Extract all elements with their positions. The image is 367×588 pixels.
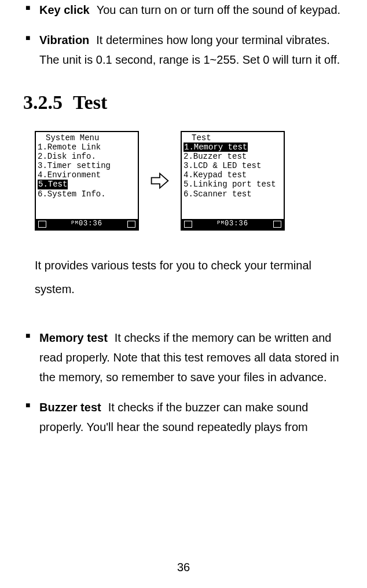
screen-left-title: System Menu [38, 133, 136, 143]
bullet-term: Memory test [39, 331, 108, 344]
menu-item: 2.Buzzer test [183, 152, 282, 161]
menu-item: 1.Memory test [183, 143, 282, 152]
bullet-item: Key clickYou can turn on or turn off the… [39, 0, 344, 20]
bullet-term: Buzzer test [39, 401, 101, 414]
menu-item: 3.LCD & LED test [183, 161, 282, 170]
top-bullet-list: Key clickYou can turn on or turn off the… [23, 0, 344, 70]
menu-item: 5.Test [38, 180, 136, 189]
test-description: It provides various tests for you to che… [23, 254, 344, 301]
bullet-item: Buzzer testIt checks if the buzzer can m… [39, 397, 344, 437]
screen-right-title: Test [183, 133, 282, 143]
signal-icon [38, 221, 46, 228]
arrow-right-icon [149, 170, 170, 191]
status-time-right: PM03:36 [192, 220, 273, 228]
bullet-term: Key click [39, 3, 90, 16]
statusbar-right: PM03:36 [182, 219, 284, 229]
menu-item: 5.Linking port test [183, 180, 282, 189]
screen-system-menu: System Menu 1.Remote Link2.Disk info.3.T… [35, 131, 139, 231]
screens-row: System Menu 1.Remote Link2.Disk info.3.T… [23, 131, 344, 231]
menu-item: 4.Keypad test [183, 170, 282, 180]
statusbar-left: PM03:36 [36, 219, 138, 229]
menu-item: 1.Remote Link [38, 143, 136, 152]
menu-item: 3.Timer setting [38, 161, 136, 170]
battery-icon [273, 221, 281, 228]
page-number: 36 [0, 561, 367, 574]
menu-item: 2.Disk info. [38, 152, 136, 161]
status-time-left: PM03:36 [46, 220, 127, 228]
bullet-term: Vibration [39, 34, 89, 46]
bullet-item: Memory testIt checks if the memory can b… [39, 328, 344, 387]
heading-number: 3.2.5 [23, 92, 63, 113]
screen-test-menu: Test 1.Memory test2.Buzzer test3.LCD & L… [181, 131, 285, 231]
bullet-item: VibrationIt determines how long your ter… [39, 30, 344, 70]
bullet-body: You can turn on or turn off the sound of… [97, 3, 340, 16]
menu-item: 4.Environment [38, 170, 136, 180]
bottom-bullet-list: Memory testIt checks if the memory can b… [23, 328, 344, 437]
menu-item: 6.Scanner test [183, 189, 282, 199]
battery-icon [127, 221, 135, 228]
signal-icon [184, 221, 192, 228]
menu-item: 6.System Info. [38, 189, 136, 199]
section-heading: 3.2.5Test [23, 92, 344, 114]
heading-title: Test [73, 92, 107, 113]
